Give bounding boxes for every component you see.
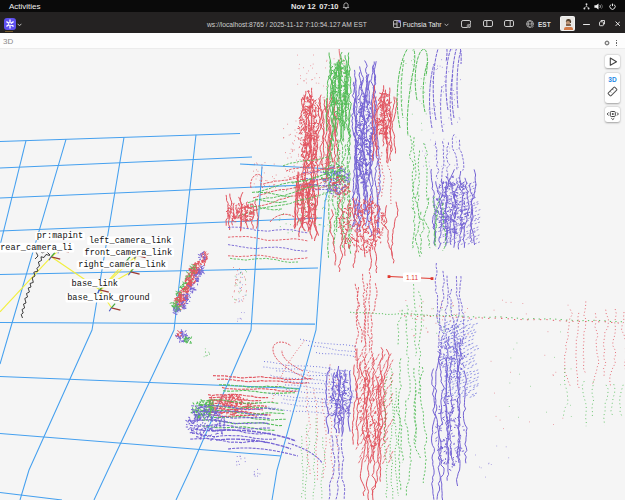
- svg-text:pr:mapint: pr:mapint: [37, 231, 83, 241]
- svg-text:base_link: base_link: [72, 279, 118, 289]
- svg-text:front_camera_link: front_camera_link: [85, 248, 173, 258]
- svg-text:right_camera_link: right_camera_link: [78, 260, 166, 270]
- svg-text:rear_camera_li: rear_camera_li: [0, 243, 72, 253]
- svg-text:left_camera_link: left_camera_link: [89, 236, 172, 246]
- svg-text:base_link_ground: base_link_ground: [67, 293, 150, 303]
- svg-text:1.11: 1.11: [406, 274, 419, 281]
